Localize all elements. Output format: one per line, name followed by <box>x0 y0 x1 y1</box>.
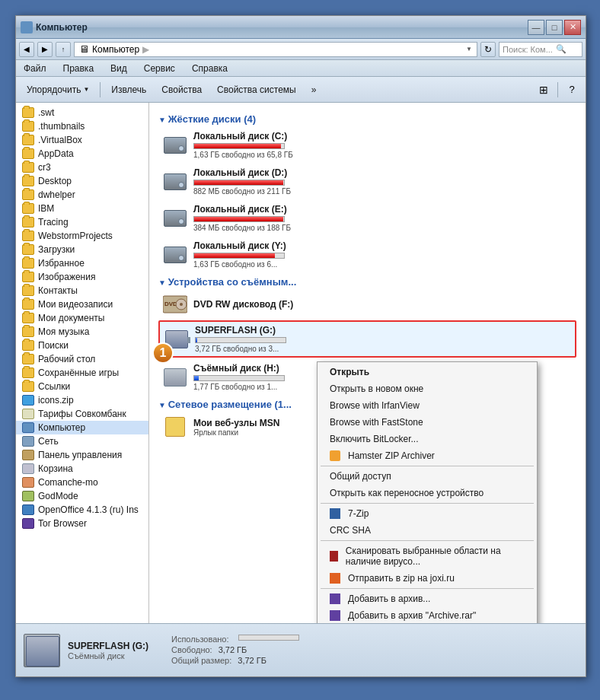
right-panel: Жёсткие диски (4) Локальный диск (C:) 1,… <box>149 103 586 623</box>
superflash-bar-container <box>195 337 286 343</box>
extract-button[interactable]: Извлечь <box>105 80 152 100</box>
help-button[interactable]: ? <box>563 81 581 99</box>
folder-icon <box>22 381 34 392</box>
address-field[interactable]: 🖥 Компьютер ▶ ▼ <box>74 42 477 57</box>
status-info: SUPERFLASH (G:) Съёмный диск <box>68 641 148 660</box>
drive-y-item[interactable]: Локальный диск (Y:) 1,63 ГБ свободно из … <box>158 237 576 272</box>
sidebar-label: Tracing <box>38 217 69 228</box>
sidebar-item-controlpanel[interactable]: Панель управления <box>16 448 148 462</box>
dvd-icon: DVD <box>163 294 187 315</box>
sidebar-item-downloads[interactable]: Загрузки <box>16 243 148 256</box>
ctx-browse-irfan[interactable]: Browse with IrfanView <box>318 397 537 414</box>
forward-button[interactable]: ▶ <box>37 42 53 57</box>
sidebar-item-music[interactable]: Моя музыка <box>16 325 148 339</box>
menu-edit[interactable]: Правка <box>59 62 99 75</box>
sidebar-item-computer[interactable]: Компьютер <box>16 421 148 434</box>
sidebar-item-appdata[interactable]: AppData <box>16 147 148 161</box>
menu-help[interactable]: Справка <box>187 62 232 75</box>
sidebar-item-tracing[interactable]: Tracing <box>16 215 148 229</box>
sidebar-item-mydeskop[interactable]: Рабочий стол <box>16 352 148 366</box>
ctx-open-new-window[interactable]: Открыть в новом окне <box>318 380 537 397</box>
minimize-button[interactable]: — <box>528 20 544 35</box>
address-text: Компьютер <box>92 44 139 55</box>
sidebar-item-swt[interactable]: .swt <box>16 106 148 119</box>
ctx-joxi[interactable]: Отправить в zip на joxi.ru <box>318 570 537 587</box>
sidebar-item-videos[interactable]: Мои видеозаписи <box>16 298 148 311</box>
sidebar-item-cr3[interactable]: cr3 <box>16 161 148 174</box>
sidebar-item-network[interactable]: Сеть <box>16 434 148 448</box>
ctx-add-archive-rar[interactable]: Добавить в архив "Archive.rar" <box>318 607 537 623</box>
sidebar-item-contacts[interactable]: Контакты <box>16 284 148 298</box>
zip-icon <box>22 395 34 406</box>
ctx-scan-virus[interactable]: Сканировать выбранные области на наличие… <box>318 542 537 570</box>
drive-c-item[interactable]: Локальный диск (C:) 1,63 ГБ свободно из … <box>158 128 576 162</box>
ctx-share[interactable]: Общий доступ <box>318 468 537 485</box>
up-button[interactable]: ↑ <box>56 42 71 57</box>
ctx-7zip[interactable]: 7-Zip <box>318 505 537 522</box>
folder-icon <box>22 368 34 378</box>
sidebar-item-comanche[interactable]: Comanche-mo <box>16 476 148 489</box>
close-button[interactable]: ✕ <box>564 20 581 35</box>
organize-button[interactable]: Упорядочить ▼ <box>21 80 95 100</box>
sidebar-item-savedgames[interactable]: Сохранённые игры <box>16 366 148 380</box>
menu-view[interactable]: Вид <box>106 62 132 75</box>
ctx-hamster[interactable]: Hamster ZIP Archiver <box>318 447 537 464</box>
sidebar-label: Ссылки <box>38 381 70 392</box>
refresh-button[interactable]: ↻ <box>480 42 496 57</box>
more-button[interactable]: » <box>305 80 323 100</box>
drive-e-item[interactable]: Локальный диск (E:) 384 МБ свободно из 1… <box>158 201 576 235</box>
ctx-crcsha[interactable]: CRC SHA <box>318 522 537 539</box>
ctx-portable[interactable]: Открыть как переносное устройство <box>318 485 537 501</box>
status-details: Использовано: Свободно: 3,72 ГБ Общий ра… <box>171 635 299 667</box>
sidebar-item-openoffice[interactable]: OpenOffice 4.1.3 (ru) Ins <box>16 503 148 517</box>
dvd-info: DVD RW дисковод (F:) <box>193 299 572 310</box>
sidebar-item-documents[interactable]: Мои документы <box>16 311 148 325</box>
sidebar-item-trash[interactable]: Корзина <box>16 462 148 476</box>
dvd-item[interactable]: DVD DVD RW дисковод (F:) <box>158 291 576 318</box>
ctx-browse-faststone[interactable]: Browse with FastStone <box>318 414 537 431</box>
folder-icon <box>22 285 34 296</box>
sidebar-item-ibm[interactable]: IBM <box>16 202 148 215</box>
removable-section-header[interactable]: Устройства со съёмным... <box>158 276 576 288</box>
sidebar-item-iconszip[interactable]: icons.zip <box>16 393 148 407</box>
msn-icon <box>163 416 187 438</box>
address-dropdown-arrow[interactable]: ▼ <box>466 46 472 52</box>
drive-d-item[interactable]: Локальный диск (D:) 882 МБ свободно из 2… <box>158 164 576 199</box>
search-box[interactable]: Поиск: Ком... 🔍 <box>499 42 582 57</box>
toolbar-separator-2 <box>557 82 558 97</box>
sidebar-item-webstorm[interactable]: WebstormProjects <box>16 229 148 243</box>
archive-rar-icon <box>330 610 340 621</box>
sidebar-item-searches[interactable]: Поиски <box>16 339 148 352</box>
status-free-label: Свободно: <box>171 645 212 654</box>
removable-icon <box>164 368 187 387</box>
sidebar-item-dwhelper[interactable]: dwhelper <box>16 188 148 202</box>
sidebar-item-desktop[interactable]: Desktop <box>16 174 148 188</box>
sidebar-label: Моя музыка <box>38 326 89 337</box>
hard-drives-section-header[interactable]: Жёсткие диски (4) <box>158 113 576 125</box>
ctx-open[interactable]: Открыть <box>318 364 537 380</box>
sidebar-item-torbrowser[interactable]: Tor Browser <box>16 517 148 530</box>
maximize-button[interactable]: □ <box>546 20 563 35</box>
menu-service[interactable]: Сервис <box>139 62 180 75</box>
superflash-item[interactable]: SUPERFLASH (G:) 3,72 ГБ свободно из 3...… <box>158 320 576 358</box>
ctx-add-archive[interactable]: Добавить в архив... <box>318 590 537 607</box>
view-toggle-button[interactable]: ⊞ <box>535 81 553 99</box>
system-properties-button[interactable]: Свойства системы <box>211 80 302 100</box>
sidebar-item-links[interactable]: Ссылки <box>16 380 148 393</box>
explorer-window: Компьютер — □ ✕ ◀ ▶ ↑ 🖥 Компьютер ▶ ▼ ↻ … <box>15 15 586 677</box>
properties-button[interactable]: Свойства <box>155 80 208 100</box>
drive-e-name: Локальный диск (E:) <box>193 204 572 215</box>
ctx-bitlocker[interactable]: Включить BitLocker... <box>318 431 537 447</box>
search-icon[interactable]: 🔍 <box>556 44 566 54</box>
drive-h-icon <box>163 367 187 388</box>
sidebar-item-images[interactable]: Изображения <box>16 270 148 284</box>
sidebar-item-thumbnails[interactable]: .thumbnails <box>16 119 148 133</box>
menu-file[interactable]: Файл <box>19 62 51 75</box>
sidebar-item-virtualbox[interactable]: .VirtualBox <box>16 133 148 147</box>
system-properties-label: Свойства системы <box>217 84 296 95</box>
sidebar-item-godmode[interactable]: GodMode <box>16 489 148 503</box>
drive-y-free: 1,63 ГБ свободно из 6... <box>193 260 572 269</box>
back-button[interactable]: ◀ <box>19 42 34 57</box>
sidebar-item-favorites[interactable]: Избранное <box>16 256 148 270</box>
sidebar-item-tarify[interactable]: Тарифы Совкомбанк <box>16 407 148 421</box>
